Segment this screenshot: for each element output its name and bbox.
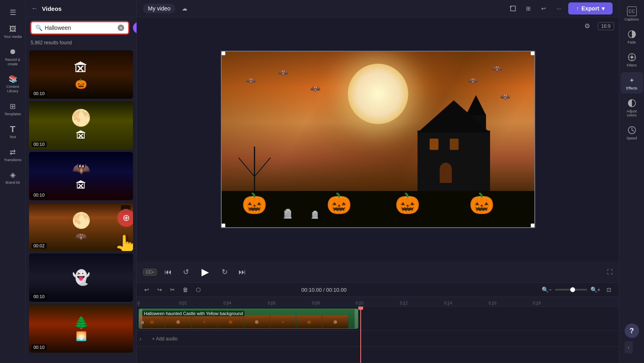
zoom-thumb[interactable] [570,287,575,292]
bat-icon: 🦇 [246,76,256,85]
pumpkin-icon: 🎃 [469,192,494,215]
ruler-mark-012: 0:12 [400,301,407,305]
pumpkin-icon: 🎃 [242,192,267,215]
undo-preview-button[interactable]: ↩ [538,2,550,15]
back-button[interactable]: ← [31,4,39,13]
skip-forward-button[interactable]: ⏭ [236,266,249,278]
rewind-button[interactable]: ↺ [179,266,192,278]
corner-handle-bl[interactable] [221,224,225,228]
video-item[interactable]: 🌲 🌅 00:10 [29,304,133,353]
sidebar-label-my-media: Your media [4,35,22,39]
sidebar-item-record[interactable]: ⏺ Record &create [1,44,25,70]
cc-button[interactable]: CC+ [143,269,157,276]
video-preview: ⚙ 16:9 🦇 🦇 🦇 🦇 [137,17,619,261]
pause-icon: ⏸ [141,320,145,324]
video-clip[interactable]: Halloween haunted Castle with Yellow bac… [139,309,358,329]
project-name[interactable]: My video [143,4,175,13]
search-input[interactable] [45,25,115,31]
zoom-out-button[interactable]: 🔍− [540,286,553,294]
pumpkin-icon: 🎃 [326,192,351,215]
clip-thumb: 🌕 [165,315,191,329]
video-item[interactable]: 🌕 🏚 00:10 [29,101,133,149]
ruler-mark-014: 0:14 [444,301,452,305]
haunted-house [413,106,494,195]
sidebar-item-templates[interactable]: ⊞ Templates [1,98,25,120]
cut-button[interactable]: ✂ [167,284,178,295]
sidebar-item-transitions[interactable]: ⇄ Transitions [1,144,25,166]
fade-label: Fade [627,40,636,44]
sidebar-item-content-library[interactable]: 📚 ContentLibrary [1,71,25,97]
add-audio-button[interactable]: + Add audio [149,334,181,343]
corner-handle-tr[interactable] [531,51,535,55]
speed-label: Speed [626,136,637,140]
help-button[interactable]: ? [625,324,639,338]
forward-button[interactable]: ↻ [218,266,231,278]
sidebar-item-my-media[interactable]: 🖼 Your media [1,21,25,42]
sidebar-item-brand-kit[interactable]: ◈ Brand kit [1,167,25,188]
add-audio-label: + Add audio [152,336,178,342]
ruler-mark-004: 0:04 [223,301,231,305]
sidebar-label-brand-kit: Brand kit [6,180,20,185]
video-item[interactable]: 👻 00:10 [29,253,133,302]
right-panel-fade[interactable]: Fade [621,26,643,48]
duration-badge: 00:10 [31,294,47,299]
clip-thumb: 🎃 [218,315,244,329]
fit-to-window-button[interactable]: ⊡ [604,284,614,295]
undo-button[interactable]: ↩ [141,284,152,295]
sidebar-item-text[interactable]: T Text [1,121,25,143]
delete-button[interactable]: 🗑 [180,284,191,295]
redo-button[interactable]: ↪ [154,284,165,295]
more-options-button[interactable]: ··· [121,205,131,213]
timeline-toolbar: ↩ ↪ ✂ 🗑 ⬡ 00:10.00 / 00:10.00 🔍− 🔍+ ⊡ [137,283,619,297]
resize-button[interactable]: ⊞ [522,2,534,15]
right-panel-adjust-colors[interactable]: Adjustcolors [621,95,643,120]
play-button[interactable]: ▶ [197,264,213,280]
filters-icon [627,52,637,62]
search-icon: 🔍 [35,25,42,31]
fullscreen-button[interactable]: ⛶ [607,269,613,275]
clip-handle-left[interactable] [139,309,142,328]
hamburger-menu[interactable]: ☰ [0,3,25,20]
right-panel-captions[interactable]: CC Captions [621,3,643,25]
right-panel-speed[interactable]: Speed [621,122,643,143]
save-frame-button[interactable]: ⬡ [193,284,204,295]
playback-bar: CC+ ⏮ ↺ ▶ ↻ ⏭ ⛶ [137,261,619,282]
dead-tree [254,147,255,195]
video-item[interactable]: 🦇 🏚 00:10 [29,152,133,200]
corner-handle-br[interactable] [531,224,535,228]
video-content: 🦇 🦇 🦇 🦇 🦇 🦇 [222,52,534,227]
top-bar: My video ☁ ⊞ ↩ ··· ↑ Export ▾ [137,0,619,17]
clip-thumb: 🦇 [191,315,218,329]
corner-handle-tl[interactable] [221,51,225,55]
left-panel: ← Videos 🔍 ✕ ◆ 5,962 results found 🏚 🎃 0… [26,0,137,363]
zoom-in-button[interactable]: 🔍+ [589,286,602,294]
preview-settings-icon[interactable]: ⚙ [584,22,590,30]
export-button[interactable]: ↑ Export ▾ [568,2,613,15]
more-options-button[interactable]: ··· [553,2,565,15]
crop-tool-button[interactable] [507,2,519,15]
cloud-save-button[interactable]: ☁ [179,2,191,15]
clip-handle-right[interactable] [355,309,358,328]
playhead[interactable] [360,307,361,363]
right-panel-effects[interactable]: ✦ Effects [621,72,643,93]
video-track: Halloween haunted Castle with Yellow bac… [137,307,619,331]
clip-thumb: 🌕 [244,315,270,329]
aspect-ratio-badge[interactable]: 16:9 [598,22,614,30]
hamburger-icon[interactable]: ☰ [10,8,16,17]
transitions-icon: ⇄ [8,147,18,157]
video-item[interactable]: 🏚 🎃 00:10 [29,50,133,99]
right-panel-filters[interactable]: Filters [621,49,643,71]
zoom-slider[interactable] [555,289,587,290]
video-item[interactable]: 🌕 🦇 00:02 ··· 👆 ⊕ [29,203,133,251]
export-icon: ↑ [576,5,579,12]
svg-line-10 [632,130,634,131]
duration-badge: 00:10 [31,192,47,198]
collapse-panel-button[interactable]: › [625,341,633,353]
ruler-mark-010: 0:10 [355,301,363,305]
skip-back-button[interactable]: ⏮ [162,266,175,278]
timeline-area: ↩ ↪ ✂ 🗑 ⬡ 00:10.00 / 00:10.00 🔍− 🔍+ ⊡ [137,282,619,363]
clear-search-button[interactable]: ✕ [118,25,124,31]
search-box: 🔍 ✕ [31,21,129,34]
my-media-icon: 🖼 [8,24,18,34]
panel-title: Videos [42,5,62,12]
